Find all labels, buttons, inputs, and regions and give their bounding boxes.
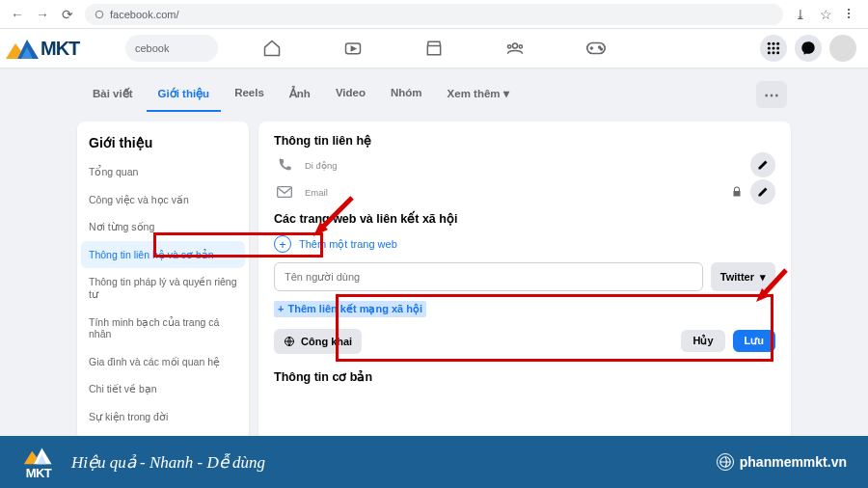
tab-videos[interactable]: Video (324, 77, 377, 112)
tab-photos[interactable]: Ảnh (278, 77, 322, 112)
section-contact-title: Thông tin liên hệ (274, 133, 775, 148)
browser-back[interactable]: ← (10, 7, 25, 22)
topbar-right (760, 35, 856, 62)
svg-point-12 (772, 46, 774, 49)
edit-mobile-button[interactable] (750, 152, 775, 177)
globe-icon (717, 453, 734, 471)
sidebar-title: Giới thiệu (77, 131, 249, 158)
banner-logo: MKT (21, 445, 56, 480)
main-area: Giới thiệu Tổng quan Công việc và học vấ… (77, 122, 791, 441)
tab-reels[interactable]: Reels (223, 77, 276, 112)
tab-about[interactable]: Giới thiệu (147, 77, 222, 112)
account-avatar[interactable] (829, 35, 856, 62)
section-websocial-title: Các trang web và liên kết xã hội (274, 211, 775, 226)
tab-posts[interactable]: Bài viết (81, 77, 145, 112)
mobile-label: Di động (305, 160, 337, 171)
svg-rect-17 (278, 187, 292, 198)
browser-forward[interactable]: → (35, 7, 50, 22)
svg-point-16 (776, 51, 779, 54)
banner-site: phanmemmkt.vn (717, 453, 847, 471)
mkt-mountain-icon (21, 445, 56, 466)
mobile-row: Di động (274, 157, 775, 173)
groups-icon[interactable] (504, 38, 526, 59)
menu-grid-icon[interactable] (760, 35, 787, 62)
email-icon (274, 186, 295, 198)
svg-point-7 (601, 48, 603, 50)
svg-point-14 (768, 51, 771, 54)
profile-tabs: Bài viết Giới thiệu Reels Ảnh Video Nhóm… (77, 77, 791, 112)
privacy-public-button[interactable]: Công khai (274, 329, 362, 354)
mkt-logo-text: MKT (41, 38, 79, 60)
cancel-button[interactable]: Hủy (681, 330, 724, 352)
facebook-search[interactable]: cebook (125, 35, 218, 62)
edit-email-button[interactable] (750, 179, 775, 204)
address-bar[interactable]: facebook.com/ (85, 4, 783, 25)
browser-reload[interactable]: ⟳ (60, 7, 75, 22)
sidebar-item-overview[interactable]: Tổng quan (77, 158, 249, 186)
messenger-icon[interactable] (795, 35, 822, 62)
email-label: Email (305, 187, 328, 198)
chevron-down-icon: ▾ (760, 271, 766, 284)
install-icon[interactable]: ⤓ (793, 7, 808, 22)
marketplace-icon[interactable] (423, 38, 445, 59)
sidebar-item-work[interactable]: Công việc và học vấn (77, 186, 249, 214)
svg-point-15 (772, 51, 774, 54)
social-platform-select[interactable]: Twitter ▾ (711, 262, 775, 291)
facebook-topbar: MKT cebook (0, 29, 868, 68)
pencil-icon (757, 186, 769, 198)
svg-point-11 (768, 46, 771, 49)
home-icon[interactable] (261, 38, 283, 59)
privacy-lock-icon[interactable] (731, 186, 743, 198)
mkt-banner: MKT Hiệu quả - Nhanh - Dễ dùng phanmemmk… (0, 436, 868, 488)
svg-point-0 (95, 11, 103, 18)
svg-point-4 (519, 45, 522, 48)
sidebar-item-places[interactable]: Nơi từng sống (77, 213, 249, 241)
top-nav (261, 38, 607, 59)
svg-point-8 (768, 42, 771, 45)
email-row: Email (274, 186, 775, 198)
sidebar-item-events[interactable]: Sự kiện trong đời (77, 403, 249, 431)
sidebar-item-transparency[interactable]: Tính minh bạch của trang cá nhân (77, 309, 249, 348)
globe-icon (284, 336, 295, 347)
plus-circle-icon: + (274, 235, 291, 253)
add-social-link-button[interactable]: + Thêm liên kết mạng xã hội (274, 301, 426, 317)
mkt-overlay-logo: MKT (0, 29, 85, 68)
url-text: facebook.com/ (110, 9, 179, 20)
mkt-mountain-icon (6, 35, 41, 62)
svg-point-3 (508, 45, 511, 48)
social-input-row: Twitter ▾ (274, 262, 775, 291)
about-content: Thông tin liên hệ Di động Email (258, 122, 791, 441)
watch-icon[interactable] (342, 38, 364, 59)
tab-groups[interactable]: Nhóm (379, 77, 434, 112)
svg-point-13 (776, 46, 779, 49)
sidebar-item-contact-basic[interactable]: Thông tin liên hệ và cơ bản (81, 241, 245, 269)
add-website-link[interactable]: + Thêm một trang web (274, 235, 775, 253)
site-info-icon (95, 10, 104, 19)
gaming-icon[interactable] (585, 38, 607, 59)
pencil-icon (757, 159, 769, 171)
chrome-menu-icon[interactable]: ⠇ (843, 7, 858, 22)
svg-point-9 (772, 42, 774, 45)
phone-icon (274, 157, 295, 173)
banner-slogan: Hiệu quả - Nhanh - Dễ dùng (71, 452, 265, 473)
svg-point-2 (513, 43, 518, 48)
sidebar-item-details[interactable]: Chi tiết về bạn (77, 375, 249, 403)
save-button[interactable]: Lưu (733, 330, 775, 352)
tab-more[interactable]: Xem thêm ▾ (436, 77, 521, 112)
star-icon[interactable]: ☆ (818, 7, 833, 22)
action-row: Công khai Hủy Lưu (274, 329, 775, 354)
svg-point-10 (776, 42, 779, 45)
sidebar-item-family[interactable]: Gia đình và các mối quan hệ (77, 348, 249, 376)
section-basic-info-title: Thông tin cơ bản (274, 369, 775, 384)
social-username-input[interactable] (274, 262, 703, 291)
about-sidebar: Giới thiệu Tổng quan Công việc và học vấ… (77, 122, 249, 441)
browser-chrome: ← → ⟳ facebook.com/ ⤓ ☆ ⠇ (0, 0, 868, 29)
sidebar-item-legal[interactable]: Thông tin pháp lý và quyền riêng tư (77, 268, 249, 308)
tab-overflow-button[interactable]: ⋯ (756, 81, 787, 108)
